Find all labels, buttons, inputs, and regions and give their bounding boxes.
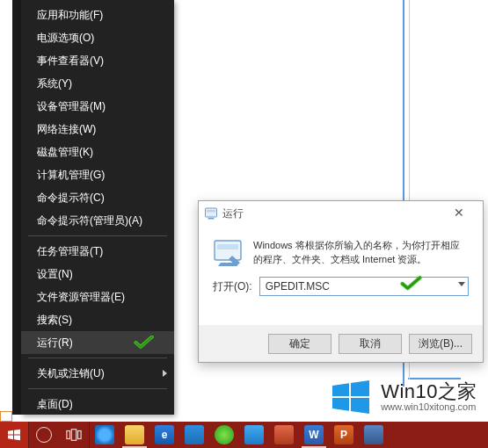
menu-item-task-manager[interactable]: 任务管理器(T) (21, 240, 174, 263)
menu-label: 运行(R) (37, 336, 73, 349)
start-button[interactable] (0, 422, 28, 448)
svg-rect-0 (206, 208, 217, 217)
run-titlebar[interactable]: 运行 ✕ (199, 201, 483, 226)
menu-label: 系统(Y) (37, 77, 72, 90)
taskbar-app-word[interactable]: W (299, 422, 329, 448)
chevron-down-icon[interactable] (458, 282, 465, 286)
menu-item-desktop[interactable]: 桌面(D) (21, 393, 174, 415)
ok-button[interactable]: 确定 (268, 334, 331, 354)
windows-logo-icon (7, 428, 21, 442)
svg-marker-9 (14, 430, 20, 435)
word-icon: W (304, 425, 324, 444)
taskbar-app-7[interactable] (269, 422, 299, 448)
menu-label: 计算机管理(G) (37, 169, 105, 181)
menu-item-event-viewer[interactable]: 事件查看器(V) (21, 49, 174, 72)
open-combobox[interactable] (259, 277, 469, 296)
close-button[interactable]: ✕ (441, 201, 477, 226)
taskbar-app-ppt[interactable]: P (329, 422, 359, 448)
svg-rect-3 (217, 244, 238, 249)
app-icon (364, 425, 383, 444)
menu-item-system[interactable]: 系统(Y) (21, 72, 174, 95)
menu-label: 命令提示符(管理员)(A) (37, 214, 142, 227)
close-icon: ✕ (454, 206, 464, 220)
svg-marker-8 (8, 430, 13, 435)
svg-rect-2 (215, 241, 241, 260)
menu-label: 网络连接(W) (37, 123, 96, 135)
svg-marker-10 (8, 436, 13, 440)
edge-icon: e (155, 425, 174, 444)
menu-item-apps-features[interactable]: 应用和功能(F) (21, 4, 174, 26)
menu-item-power-options[interactable]: 电源选项(O) (21, 26, 174, 49)
taskbar-app-file-explorer[interactable] (120, 422, 149, 448)
run-big-icon (213, 238, 243, 268)
cortana-icon (36, 427, 52, 443)
svg-rect-12 (67, 431, 70, 439)
menu-item-run[interactable]: 运行(R) (21, 331, 174, 354)
svg-rect-1 (207, 210, 215, 213)
task-view-button[interactable] (59, 422, 89, 448)
menu-item-settings[interactable]: 设置(N) (21, 263, 174, 285)
menu-item-file-explorer[interactable]: 文件资源管理器(E) (21, 285, 174, 308)
svg-marker-6 (332, 398, 349, 411)
taskbar-app-edge[interactable]: e (149, 422, 179, 448)
cortana-button[interactable] (29, 422, 59, 448)
app-icon (244, 425, 264, 444)
watermark-url: www.win10xitong.com (381, 401, 477, 412)
ppt-icon: P (334, 425, 353, 444)
svg-rect-14 (78, 431, 82, 439)
menu-item-computer-management[interactable]: 计算机管理(G) (21, 163, 174, 186)
menu-label: 设备管理器(M) (37, 100, 106, 112)
svg-marker-4 (332, 383, 349, 396)
store-icon (185, 425, 204, 444)
folder-icon (125, 425, 144, 444)
menu-label: 命令提示符(C) (37, 191, 105, 204)
menu-separator (28, 388, 167, 389)
orange-marker (0, 411, 12, 422)
run-buttonbar: 确定 取消 浏览(B)... (199, 325, 483, 362)
taskbar: e W P (0, 422, 488, 448)
menu-label: 磁盘管理(K) (37, 146, 93, 158)
ie-icon (95, 425, 114, 444)
run-dialog: 运行 ✕ Windows 将根据你所输入的名称，为你打开相应的程序、文件夹、文档… (198, 200, 484, 363)
menu-separator (28, 235, 167, 236)
menu-item-network-connections[interactable]: 网络连接(W) (21, 118, 174, 141)
menu-label: 应用和功能(F) (37, 9, 103, 21)
checkmark-icon (400, 275, 423, 296)
cancel-button[interactable]: 取消 (339, 334, 402, 354)
taskbar-app-6[interactable] (239, 422, 269, 448)
chevron-right-icon (163, 370, 167, 377)
run-icon (204, 206, 218, 220)
taskbar-app-5[interactable] (209, 422, 239, 448)
menu-label: 关机或注销(U) (37, 367, 105, 379)
svg-rect-13 (71, 430, 76, 441)
svg-marker-5 (351, 380, 369, 396)
app-icon (215, 425, 234, 444)
menu-item-disk-management[interactable]: 磁盘管理(K) (21, 141, 174, 163)
svg-marker-7 (351, 398, 369, 414)
menu-label: 设置(N) (37, 268, 73, 280)
taskbar-app-10[interactable] (359, 422, 389, 448)
task-view-icon (66, 427, 82, 443)
windows-logo-icon (330, 376, 372, 418)
menu-separator (28, 358, 167, 358)
taskbar-app-store[interactable] (179, 422, 209, 448)
menu-item-search[interactable]: 搜索(S) (21, 308, 174, 331)
menu-label: 电源选项(O) (37, 32, 94, 44)
open-input[interactable] (259, 277, 469, 296)
watermark: Win10之家 www.win10xitong.com (330, 376, 477, 418)
menu-item-shutdown-signout[interactable]: 关机或注销(U) (21, 362, 174, 385)
run-description: Windows 将根据你所输入的名称，为你打开相应的程序、文件夹、文档或 Int… (253, 238, 469, 268)
menu-item-command-prompt[interactable]: 命令提示符(C) (21, 186, 174, 209)
menu-label: 任务管理器(T) (37, 245, 103, 257)
checkmark-icon (134, 335, 155, 358)
menu-left-gutter (12, 0, 21, 415)
browse-button[interactable]: 浏览(B)... (409, 334, 472, 354)
menu-label: 搜索(S) (37, 314, 72, 326)
menu-item-device-manager[interactable]: 设备管理器(M) (21, 95, 174, 118)
menu-item-command-prompt-admin[interactable]: 命令提示符(管理员)(A) (21, 209, 174, 232)
run-title: 运行 (222, 206, 244, 221)
taskbar-app-ie[interactable] (90, 422, 120, 448)
menu-label: 桌面(D) (37, 398, 73, 410)
menu-label: 文件资源管理器(E) (37, 291, 125, 303)
app-icon (274, 425, 294, 444)
